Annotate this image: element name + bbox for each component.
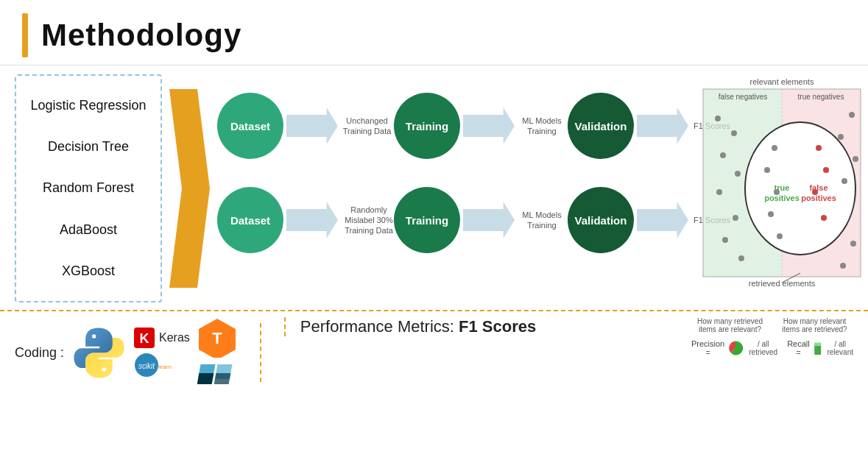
svg-point-23 (774, 189, 780, 195)
svg-rect-53 (814, 343, 821, 346)
svg-point-24 (768, 211, 774, 217)
svg-marker-0 (169, 89, 210, 288)
row2-training-step: Training (394, 187, 460, 253)
pipeline-row-1: Dataset Unchanged Training Data Training (217, 82, 690, 170)
logo-group: K Keras scikit learn (134, 328, 190, 378)
svg-text:retrieved elements: retrieved elements (749, 279, 816, 288)
svg-point-30 (850, 241, 856, 247)
svg-point-16 (735, 171, 741, 177)
row1-dataset-circle: Dataset (217, 93, 283, 159)
row1-training-circle: Training (394, 93, 460, 159)
precision-recall-area: How many retrieved items are relevant? H… (691, 317, 853, 358)
chevron-wrapper (169, 74, 210, 302)
svg-point-13 (715, 116, 721, 121)
svg-point-20 (738, 255, 744, 261)
svg-rect-49 (197, 373, 214, 384)
row2-validation-circle: Validation (568, 187, 634, 253)
model-logistic-regression: Logistic Regression (28, 95, 149, 116)
performance-metrics-section: Performance Metrics: F1 Scores (284, 317, 677, 336)
recall-formula: Recall = / all relevant (787, 338, 855, 358)
coding-section: Coding : (15, 317, 238, 388)
row2-training-circle: Training (394, 187, 460, 253)
svg-point-14 (731, 130, 737, 136)
keras-logo-wrapper: K Keras (134, 328, 190, 348)
svg-point-39 (102, 367, 106, 371)
svg-point-22 (764, 167, 770, 173)
model-decision-tree: Decision Tree (28, 136, 149, 158)
row2-arrow2-label: ML Models Training (516, 210, 568, 231)
row2-arrow1: Randomly Mislabel 30% Training Data (285, 202, 339, 238)
main-content: Logistic Regression Decision Tree Random… (0, 66, 868, 310)
svg-point-19 (722, 237, 728, 243)
row2-dataset-step: Dataset (217, 187, 283, 253)
row1-arrow1-label: Unchanged Training Data (339, 116, 395, 137)
svg-point-38 (92, 334, 96, 338)
row1-validation-circle: Validation (568, 93, 634, 159)
venn-diagram-area: relevant elements false negatives true n… (697, 74, 867, 302)
svg-point-27 (838, 134, 844, 140)
svg-rect-50 (214, 373, 231, 384)
svg-text:relevant elements: relevant elements (750, 77, 814, 86)
coding-label: Coding : (15, 345, 64, 361)
svg-point-15 (720, 152, 726, 158)
svg-point-8 (745, 122, 855, 255)
row1-dataset-step: Dataset (217, 93, 283, 159)
keras-logo-icon: K (134, 328, 155, 348)
row2-arrow3: F1 Scores (635, 202, 690, 238)
pr-formula-row: Precision = / all retrieved Recall = (691, 338, 853, 358)
models-box: Logistic Regression Decision Tree Random… (15, 74, 162, 302)
svg-point-34 (812, 189, 818, 195)
logo-group-2: T (197, 317, 238, 388)
svg-point-28 (853, 156, 858, 162)
sklearn-logo-wrapper: scikit learn (134, 353, 190, 378)
model-adaboost: AdaBoost (28, 219, 149, 241)
header: Methodology (0, 0, 868, 66)
row1-validation-step: Validation (568, 93, 634, 159)
pipeline-row-2: Dataset Randomly Mislabel 30% Training D… (217, 176, 690, 264)
svg-point-18 (733, 215, 738, 221)
row1-training-step: Training (394, 93, 460, 159)
page-title: Methodology (41, 18, 241, 53)
section-divider (260, 323, 262, 382)
svg-point-26 (849, 112, 855, 118)
svg-text:true negatives: true negatives (798, 93, 844, 101)
svg-point-25 (777, 233, 783, 239)
recall-question: How many relevant items are retrieved? (776, 317, 853, 333)
precision-pie-icon (727, 338, 744, 358)
python-logo-icon (71, 325, 127, 381)
row2-dataset-circle: Dataset (217, 187, 283, 253)
svg-point-33 (823, 167, 829, 173)
venn-diagram-svg: relevant elements false negatives true n… (697, 74, 867, 288)
header-accent-bar (22, 13, 28, 57)
precision-formula: Precision = / all retrieved (691, 338, 780, 358)
model-random-forest: Random Forest (28, 177, 149, 199)
recall-bar-icon (813, 338, 822, 358)
svg-rect-52 (814, 345, 821, 355)
svg-point-32 (816, 145, 822, 151)
svg-text:positives: positives (764, 194, 800, 202)
svg-point-21 (772, 145, 777, 151)
row2-connector3-shape (637, 202, 688, 238)
row2-connector2-shape (463, 202, 515, 238)
row2-arrow2: ML Models Training (462, 202, 516, 238)
bottom-section: Coding : (0, 310, 868, 394)
row1-arrow3: F1 Scores (635, 107, 690, 144)
precision-question: How many retrieved items are relevant? (691, 317, 769, 333)
svg-text:scikit: scikit (138, 362, 155, 370)
row1-connector2-shape (463, 107, 515, 144)
row1-arrow2-label: ML Models Training (516, 116, 568, 137)
model-xgboost: XGBoost (28, 261, 149, 282)
svg-text:K: K (140, 331, 149, 346)
row1-arrow2: ML Models Training (462, 107, 516, 144)
svg-text:learn: learn (158, 364, 172, 370)
svg-point-17 (716, 189, 722, 195)
tensorflow-logo-icon: T (197, 317, 238, 358)
pipeline-container: Dataset Unchanged Training Data Training (217, 74, 690, 302)
row1-connector3-shape (637, 107, 688, 144)
keras-label: Keras (159, 331, 190, 344)
numpy-logo-icon (197, 362, 238, 388)
performance-title: Performance Metrics: F1 Scores (300, 317, 677, 336)
svg-text:false negatives: false negatives (719, 93, 768, 101)
row2-validation-step: Validation (568, 187, 634, 253)
svg-text:false: false (809, 183, 828, 192)
